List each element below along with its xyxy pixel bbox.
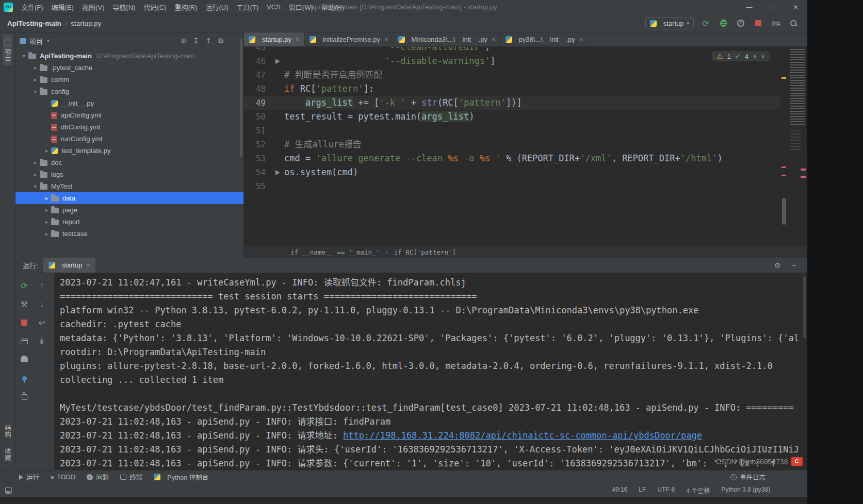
tool-stripe-structure[interactable]: 结构 [3,421,12,442]
minimize-button[interactable]: — [738,0,761,14]
tree-item-logs[interactable]: ▸logs [15,169,243,180]
layout-toggle-icon[interactable] [5,487,12,494]
toolwindow-button-python-console[interactable]: Python 控制台 [148,471,214,483]
settings-icon[interactable]: ⚙ [771,260,784,271]
tree-item-__init__.py[interactable]: __init__.py [15,97,243,109]
console-link[interactable]: http://198.168.31.224:8082/api/chinaictc… [343,430,702,441]
menu-item-代码(C)[interactable]: 代码(C) [139,0,170,14]
tree-item-MyTest[interactable]: ▾MyTest [15,180,243,192]
tool-stripe-project[interactable]: 项目 [3,35,12,65]
code-line[interactable]: 53cmd = 'allure generate --clean %s -o %… [244,152,780,165]
tree-item-data[interactable]: ▸data [15,192,243,204]
run-console[interactable]: 2023-07-21 11:02:47,161 - writeCaseYml.p… [55,273,807,470]
menu-item-VCS[interactable]: VCS [263,0,285,14]
project-panel-title[interactable]: 项目 [29,36,43,46]
code-line[interactable]: 52# 生成allure报告 [244,138,780,152]
tree-item-page[interactable]: ▸page [15,204,243,216]
stop-icon[interactable] [753,18,764,29]
breadcrumb-scope[interactable]: if RC['pattern'] [394,248,456,256]
breadcrumb-project[interactable]: ApiTesting-main [7,20,61,27]
toolwindow-button-todo[interactable]: ≡TODO [45,471,81,483]
menu-item-视图(V)[interactable]: 视图(V) [78,0,108,14]
menu-item-运行(U)[interactable]: 运行(U) [201,0,232,14]
tree-item-config[interactable]: ▾config [15,86,243,97]
tree-item-ApiTesting-main[interactable]: ▾ApiTesting-mainD:\ProgramData\ApiTestin… [15,50,243,62]
collapse-all-icon[interactable]: ↥ [202,35,215,46]
soft-wrap-icon[interactable]: ↩ [35,316,48,329]
close-button[interactable]: ✕ [784,0,807,14]
status-item[interactable]: Python 3.8 (py38) [721,486,770,495]
code-line[interactable]: 47# 判断是否开启用例匹配 [244,68,780,82]
rerun-icon[interactable]: ⟳ [18,279,31,292]
code-minimap[interactable] [788,47,807,246]
tab-startup.py[interactable]: startup.py× [244,32,305,46]
status-item[interactable]: 4 个空格 [686,486,710,495]
tab-Miniconda3\...\__init__.py[interactable]: Miniconda3\...\__init__.py× [394,32,501,46]
code-line[interactable]: 48if RC['pattern']: [244,82,780,96]
down-icon[interactable]: ↓ [35,297,48,311]
close-icon[interactable]: × [296,36,300,43]
code-line[interactable]: 46 '--disable-warnings'] [244,54,780,68]
toolwindow-button-terminal[interactable]: 终端 [115,471,148,483]
tab-py38\...\__init__.py[interactable]: py38\...\__init__.py× [501,32,589,46]
scroll-to-end-icon[interactable]: ⇟ [35,334,48,348]
rerun-icon[interactable]: ⟳ [700,18,711,29]
close-icon[interactable]: × [86,261,90,269]
tree-item-apiConfig.yml[interactable]: apiConfig.yml [15,109,243,121]
translate-icon[interactable]: 对A [770,18,781,29]
toolwindow-button-event-log[interactable]: 事件日志 [725,471,771,483]
tree-item-comm[interactable]: ▸comm [15,74,243,86]
maximize-button[interactable]: □ [761,0,784,14]
breadcrumb-file[interactable]: startup.py [71,20,101,27]
close-icon[interactable]: × [384,36,388,43]
next-problem-icon[interactable]: ∨ [761,53,765,60]
close-icon[interactable]: × [492,36,496,43]
scrollbar-thumb[interactable] [782,198,786,225]
menu-item-文件(F)[interactable]: 文件(F) [17,0,47,14]
tree-item-runConfig.yml[interactable]: runConfig.yml [15,133,243,145]
menu-item-导航(N)[interactable]: 导航(N) [108,0,139,14]
tree-item-.pytest_cache[interactable]: ▸.pytest_cache [15,62,243,74]
stop-icon[interactable] [18,316,31,329]
console-scrollbar[interactable] [803,276,806,338]
menu-item-工具(T)[interactable]: 工具(T) [232,0,263,14]
up-icon[interactable]: ↑ [35,279,48,292]
settings-icon[interactable]: ⚙ [215,35,227,46]
menu-item-编辑(E)[interactable]: 编辑(E) [47,0,78,14]
code-line[interactable]: 55 [244,179,780,193]
code-view[interactable]: 45 '--clean-alluredir',46 '--disable-war… [244,47,780,246]
status-item[interactable]: UTF-8 [657,486,675,495]
run-tab-startup[interactable]: startup × [43,258,95,273]
inspections-widget[interactable]: ⚠ 1 ✔ 4 ∧ ∨ [711,51,770,61]
wrench-icon[interactable]: ⚒ [18,297,31,311]
toolwindow-button-problems[interactable]: !问题 [81,471,115,483]
tree-item-doc[interactable]: ▸doc [15,157,243,169]
debug-icon[interactable] [718,18,729,29]
code-line[interactable]: 49 args_list += ['-k ' + str(RC['pattern… [244,96,780,110]
tab-initializePremise.py[interactable]: initializePremise.py× [305,32,394,46]
search-icon[interactable] [788,18,799,29]
scroll-from-source-icon[interactable]: ↧ [190,35,202,46]
pin-icon[interactable] [18,372,31,385]
print-icon[interactable] [18,353,31,366]
project-scrollbar[interactable] [240,39,242,157]
code-line[interactable]: 54os.system(cmd) [244,165,780,179]
breadcrumb-scope[interactable]: if __name__ == '_main_' [290,248,380,256]
code-line[interactable]: 45 '--clean-alluredir', [244,47,780,54]
run-config-select[interactable]: startup ▾ [645,17,694,29]
code-line[interactable]: 51 [244,124,780,138]
tree-item-dbConfig.yml[interactable]: dbConfig.yml [15,121,243,133]
editor[interactable]: 45 '--clean-alluredir',46 '--disable-war… [244,47,807,246]
toolwindow-button-run[interactable]: 运行 [13,471,45,483]
tree-item-testcase[interactable]: ▸testcase [15,228,243,240]
restore-layout-icon[interactable] [18,334,31,348]
clear-icon[interactable] [18,390,31,404]
profiler-icon[interactable] [735,18,746,29]
hide-icon[interactable]: − [788,260,800,271]
tree-item-test_template.py[interactable]: ▸test_template.py [15,145,243,157]
hide-icon[interactable]: − [227,35,239,46]
code-line[interactable]: 50test_result = pytest.main(args_list) [244,110,780,124]
tree-item-report[interactable]: ▸report [15,216,243,228]
editor-scrollbar[interactable] [780,47,788,246]
locate-icon[interactable]: ⊕ [177,35,190,46]
